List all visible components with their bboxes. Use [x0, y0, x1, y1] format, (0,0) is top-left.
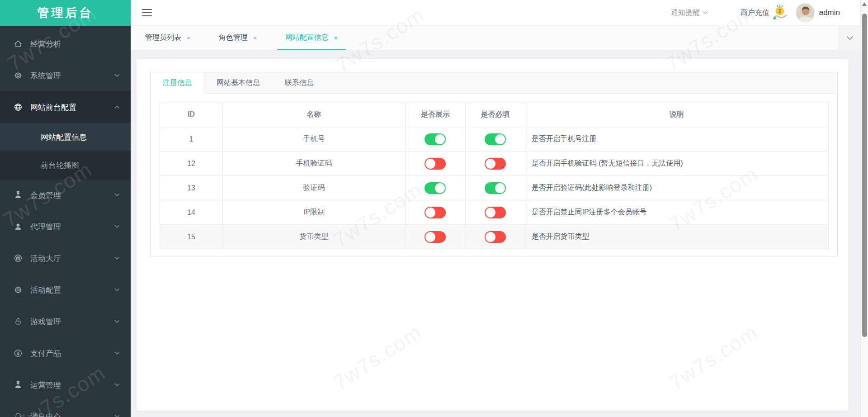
close-icon[interactable]: × [253, 34, 257, 42]
show-toggle[interactable] [425, 207, 446, 218]
chevron-down-icon [114, 351, 120, 355]
cell-description: 是否开启禁止同IP注册多个会员帐号 [525, 200, 828, 225]
sidebar-item-business-analysis[interactable]: 经营分析 [0, 28, 131, 60]
required-toggle[interactable] [485, 231, 506, 243]
page-tab-role-management[interactable]: 角色管理 × [211, 26, 265, 50]
show-toggle[interactable] [425, 231, 446, 243]
notice-label: 通知提醒 [671, 8, 700, 18]
app-title: 管理后台 [0, 0, 131, 26]
chevron-down-icon [114, 320, 120, 323]
tab-overflow-button[interactable] [839, 26, 860, 50]
gear-icon [14, 285, 23, 294]
table-row: 15 货币类型 是否开启货币类型 [160, 225, 829, 249]
sidebar-subitem-site-config-info[interactable]: 网站配置信息 [0, 123, 131, 151]
sidebar-item-label: 消息中心 [30, 412, 61, 417]
chevron-down-icon [114, 74, 120, 77]
sidebar-item-label: 运营管理 [30, 380, 61, 390]
yen-circle-icon [14, 349, 23, 358]
table-row: 1 手机号 是否开启手机号注册 [160, 127, 829, 152]
col-header-name: 名称 [223, 102, 406, 127]
col-header-show: 是否展示 [405, 102, 465, 127]
sidebar-item-member-management[interactable]: 会员管理 [0, 179, 131, 211]
sidebar-subitem-label: 网站配置信息 [41, 132, 87, 142]
scrollbar-thumb[interactable] [862, 14, 867, 337]
tab-contact-info[interactable]: 联系信息 [273, 72, 326, 93]
user-icon [14, 222, 23, 231]
sidebar-item-label: 支付产品 [30, 348, 61, 359]
cell-description: 是否开启货币类型 [525, 225, 828, 249]
page-tab-admin-list[interactable]: 管理员列表 × [137, 26, 199, 50]
username[interactable]: admin [819, 8, 840, 17]
close-icon[interactable]: × [187, 34, 191, 42]
chevron-up-icon [114, 105, 120, 109]
table-header-row: ID 名称 是否展示 是否必填 说明 [160, 102, 829, 127]
user-tie-icon [14, 190, 23, 199]
sidebar-subitem-carousel[interactable]: 前台轮播图 [0, 151, 131, 179]
topbar: 通知提醒 商户充值 [131, 0, 868, 26]
notice-dropdown[interactable]: 通知提醒 [671, 8, 708, 18]
tab-register-info[interactable]: 注册信息 [151, 72, 204, 94]
sidebar-item-label: 活动大厅 [30, 253, 61, 264]
sidebar-item-game-management[interactable]: 游戏管理 [0, 306, 131, 337]
required-toggle[interactable] [485, 133, 506, 145]
sidebar-item-activity-hall[interactable]: 活动大厅 [0, 242, 131, 274]
sidebar-item-operation-management[interactable]: 运营管理 [0, 369, 131, 401]
tab-label: 网站基本信息 [217, 78, 260, 88]
recharge-label: 商户充值 [741, 8, 769, 18]
topbar-right: 通知提醒 商户充值 [671, 3, 840, 22]
chevron-down-icon [114, 225, 120, 228]
cell-description: 是否开启手机号注册 [525, 127, 828, 152]
sidebar-item-label: 代理管理 [30, 222, 61, 232]
config-tabs-box: 注册信息 网站基本信息 联系信息 [150, 72, 838, 256]
cell-name: 验证码 [223, 176, 406, 200]
sidebar-item-payment-products[interactable]: 支付产品 [0, 337, 131, 369]
required-toggle[interactable] [485, 158, 506, 170]
sidebar-item-label: 经营分析 [30, 39, 61, 49]
avatar[interactable] [796, 3, 815, 22]
table-row: 12 手机验证码 是否开启手机验证码 (暂无短信接口，无法使用) [160, 152, 829, 176]
table-row: 14 IP限制 是否开启禁止同IP注册多个会员帐号 [160, 200, 829, 225]
hamburger-icon[interactable] [142, 9, 152, 16]
cell-id: 13 [160, 176, 223, 200]
lock-open-icon [14, 317, 23, 326]
page-tab-label: 角色管理 [219, 33, 248, 43]
sidebar-item-message-center[interactable]: 消息中心 [0, 401, 131, 417]
sidebar-subitem-label: 前台轮播图 [41, 160, 79, 171]
scrollbar[interactable] [860, 0, 868, 417]
cell-name: 货币类型 [223, 225, 406, 249]
tab-label: 注册信息 [163, 78, 192, 88]
page-tab-site-config-info[interactable]: 网站配置信息 × [277, 26, 346, 50]
gear-icon [14, 71, 23, 80]
tab-label: 联系信息 [285, 78, 314, 88]
sidebar-item-label: 会员管理 [30, 190, 61, 200]
page-tab-bar: 管理员列表 × 角色管理 × 网站配置信息 × [131, 26, 868, 51]
merchant-recharge-button[interactable]: 商户充值 [741, 4, 796, 21]
sidebar-item-system-management[interactable]: 系统管理 [0, 60, 131, 91]
tab-site-basic-info[interactable]: 网站基本信息 [204, 72, 273, 93]
close-icon[interactable]: × [334, 34, 338, 42]
sidebar-item-agent-management[interactable]: 代理管理 [0, 211, 131, 242]
required-toggle[interactable] [485, 207, 506, 218]
config-table-wrap: ID 名称 是否展示 是否必填 说明 1 手机号 [160, 102, 829, 249]
page-tab-label: 网站配置信息 [285, 33, 329, 43]
cell-id: 15 [160, 225, 223, 249]
page-tab-label: 管理员列表 [145, 33, 181, 43]
show-toggle[interactable] [425, 158, 446, 170]
chevron-down-icon [114, 288, 120, 292]
cell-name: IP限制 [223, 200, 406, 225]
content-area: 注册信息 网站基本信息 联系信息 [131, 51, 868, 417]
required-toggle[interactable] [485, 182, 506, 194]
sidebar: 管理后台 经营分析 系统管理 [0, 0, 131, 417]
sidebar-item-label: 系统管理 [30, 71, 61, 81]
show-toggle[interactable] [425, 182, 446, 194]
show-toggle[interactable] [425, 133, 446, 145]
sidebar-item-activity-config[interactable]: 活动配置 [0, 274, 131, 306]
sidebar-item-label: 网站前台配置 [30, 102, 76, 113]
globe-icon [14, 103, 23, 112]
sidebar-item-frontend-config[interactable]: 网站前台配置 [0, 91, 131, 123]
sidebar-nav: 经营分析 系统管理 网站前台配置 [0, 26, 131, 417]
home-icon [14, 39, 23, 48]
sidebar-item-label: 活动配置 [30, 285, 61, 295]
scrollbar-up-arrow-icon[interactable] [862, 2, 867, 6]
coin-hand-icon [771, 4, 788, 21]
